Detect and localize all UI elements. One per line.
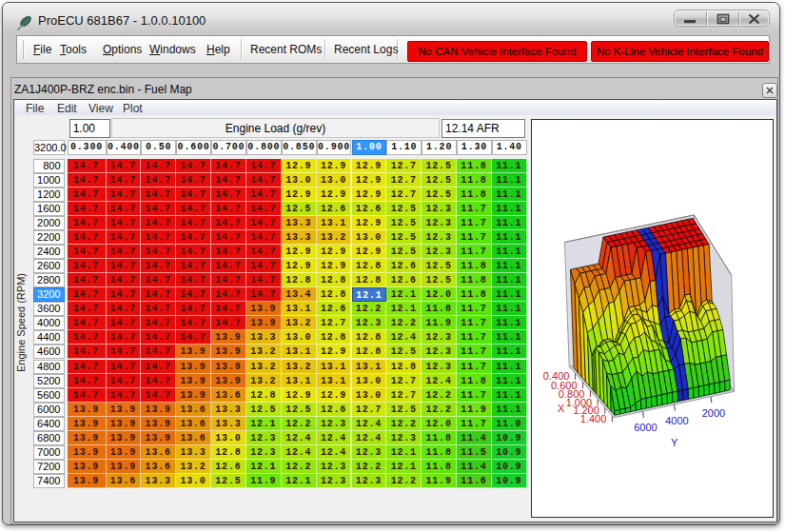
svg-text:4000: 4000 (665, 415, 688, 426)
svg-text:6000: 6000 (634, 422, 657, 433)
svg-text:X: X (558, 403, 565, 414)
svg-text:2000: 2000 (702, 407, 725, 419)
svg-text:1.400: 1.400 (580, 413, 607, 424)
svg-text:Y: Y (671, 437, 678, 448)
